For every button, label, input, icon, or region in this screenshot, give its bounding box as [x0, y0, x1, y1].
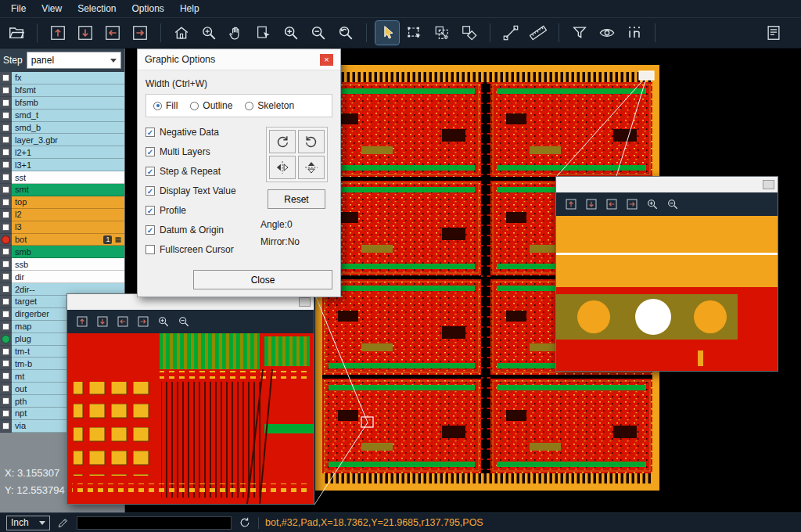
layer-row-dir[interactable]: dir [0, 271, 124, 283]
layer-checkbox[interactable] [0, 308, 12, 321]
import-down-button[interactable] [74, 21, 97, 45]
highlight-view-button[interactable] [595, 21, 619, 45]
checkbox-display-text-value[interactable]: ✓Display Text Value [145, 185, 260, 196]
checkbox-box[interactable] [2, 87, 9, 94]
snap-measure-button[interactable] [458, 21, 481, 45]
zoom-right-titlebar[interactable] [556, 177, 778, 192]
layer-checkbox[interactable] [0, 72, 12, 84]
layer-name[interactable]: l3+1 [12, 159, 124, 171]
zoom-right-content[interactable] [556, 216, 778, 371]
checkbox-box[interactable] [2, 410, 9, 417]
layer-row-smd-t[interactable]: smd_t [0, 110, 124, 122]
radio-skeleton[interactable]: Skeleton [245, 100, 294, 111]
checkbox-box[interactable] [2, 186, 9, 193]
layer-name[interactable]: bfsmt [12, 84, 124, 97]
import-right-button[interactable] [623, 196, 641, 213]
layer-checkbox[interactable] [0, 408, 12, 420]
checkbox-box[interactable] [2, 422, 9, 430]
zoom-previous-button[interactable] [334, 21, 357, 45]
radio-outline[interactable]: Outline [190, 100, 232, 111]
rotate-cw-button[interactable] [269, 130, 296, 153]
import-left-button[interactable] [603, 196, 620, 213]
import-up-button[interactable] [562, 196, 580, 213]
checkbox-profile[interactable]: ✓Profile [145, 205, 260, 216]
zoom-in-button[interactable] [644, 196, 661, 213]
checkbox-box[interactable] [2, 112, 9, 119]
layer-row-smt[interactable]: smt [0, 184, 124, 196]
rotate-ccw-button[interactable] [298, 130, 325, 153]
active-layer-indicator[interactable] [0, 234, 12, 246]
layer-checkbox[interactable] [0, 171, 12, 184]
import-left-button[interactable] [114, 313, 131, 330]
menu-selection[interactable]: Selection [70, 2, 124, 16]
layer-name[interactable]: ssb [12, 258, 124, 271]
layer-name[interactable]: fx [12, 72, 124, 84]
layer-checkbox[interactable] [0, 159, 12, 171]
layer-checkbox[interactable] [0, 383, 12, 395]
layer-row-sst[interactable]: sst [0, 171, 124, 184]
checkbox-negative-data[interactable]: ✓Negative Data [145, 127, 260, 138]
layer-checkbox[interactable] [0, 146, 12, 159]
refresh-icon[interactable] [238, 516, 252, 530]
checkbox-box[interactable] [2, 248, 9, 255]
layer-row-layer-3-gbr[interactable]: layer_3.gbr [0, 134, 124, 146]
layer-checkbox[interactable] [0, 346, 12, 358]
zoom-window-button[interactable] [197, 21, 221, 45]
unit-select[interactable]: Inch [6, 516, 50, 530]
layer-checkbox[interactable] [0, 258, 12, 271]
layer-checkbox[interactable] [0, 246, 12, 258]
command-input[interactable] [77, 516, 232, 530]
checkbox-box[interactable] [2, 136, 9, 143]
import-down-button[interactable] [94, 313, 111, 330]
draw-pen-icon[interactable] [56, 516, 70, 530]
pan-hand-button[interactable] [224, 21, 248, 45]
layer-name[interactable]: bfsmb [12, 97, 124, 110]
zoom-left-content[interactable] [67, 333, 314, 504]
checkbox-box[interactable] [2, 311, 9, 318]
import-left-button[interactable] [101, 21, 124, 45]
layer-checkbox[interactable] [0, 321, 12, 333]
layer-checkbox[interactable] [0, 283, 12, 296]
layer-row-smd-b[interactable]: smd_b [0, 122, 124, 135]
layer-name[interactable]: smd_b [12, 122, 124, 135]
checkbox-box[interactable] [2, 224, 9, 231]
layer-checkbox[interactable] [0, 271, 12, 283]
layer-name[interactable]: bot1▦ [12, 234, 124, 246]
menu-file[interactable]: File [3, 2, 34, 16]
dialog-titlebar[interactable]: Graphic Options × [138, 49, 340, 70]
layer-row-bfsmt[interactable]: bfsmt [0, 84, 124, 97]
checkbox-datum-origin[interactable]: ✓Datum & Origin [145, 225, 260, 235]
open-file-button[interactable] [5, 21, 28, 45]
zoom-in-button[interactable] [155, 313, 172, 330]
zoom-right-pcb-view[interactable] [556, 216, 778, 371]
layer-checkbox[interactable] [0, 196, 12, 209]
checkbox-box[interactable] [2, 174, 9, 181]
layer-name[interactable]: l2 [12, 209, 124, 221]
radio-fill[interactable]: Fill [153, 100, 178, 111]
filter-button[interactable] [568, 21, 591, 45]
layer-name[interactable]: l3 [12, 221, 124, 234]
checkbox-box[interactable] [2, 298, 9, 305]
layer-checkbox[interactable] [0, 420, 12, 433]
zoom-in-button[interactable] [279, 21, 303, 45]
pointer-select-button[interactable] [375, 21, 399, 45]
checkbox-step-repeat[interactable]: ✓Step & Repeat [145, 166, 260, 177]
zoom-left-pcb-view[interactable] [67, 333, 314, 504]
area-select-button[interactable] [403, 21, 426, 45]
import-right-button[interactable] [135, 313, 152, 330]
step-select[interactable]: panel [27, 52, 121, 69]
menu-help[interactable]: Help [172, 2, 207, 16]
import-up-button[interactable] [74, 313, 91, 330]
layer-checkbox[interactable] [0, 184, 12, 196]
layer-row-bfsmb[interactable]: bfsmb [0, 97, 124, 110]
notes-list-button[interactable] [762, 21, 785, 45]
layer-row-l3[interactable]: l3 [0, 221, 124, 234]
checkbox-box[interactable] [2, 397, 9, 404]
layer-row-smb[interactable]: smb [0, 246, 124, 258]
layer-name[interactable]: top [12, 196, 124, 209]
layer-checkbox[interactable] [0, 395, 12, 408]
import-right-button[interactable] [128, 21, 152, 45]
layer-name[interactable]: smd_t [12, 110, 124, 122]
sheet-select-button[interactable] [252, 21, 275, 45]
checkbox-box[interactable] [2, 74, 9, 81]
